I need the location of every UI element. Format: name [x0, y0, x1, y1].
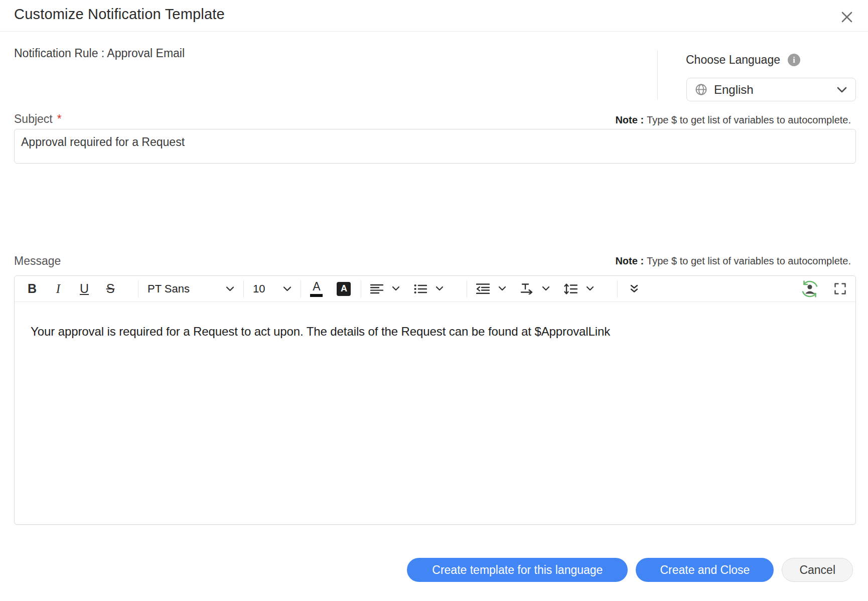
toolbar-divider	[138, 280, 138, 297]
list-dropdown[interactable]	[414, 283, 444, 294]
subject-label-row: Subject *	[14, 112, 62, 126]
bullet-list-icon	[414, 283, 427, 294]
toolbar-divider	[243, 280, 244, 297]
language-select[interactable]: English	[686, 78, 856, 101]
underline-button[interactable]: U	[77, 279, 92, 298]
toolbar-divider	[301, 280, 301, 297]
create-and-close-button[interactable]: Create and Close	[636, 558, 774, 582]
chevron-down-icon	[436, 286, 444, 291]
chevron-down-icon	[498, 286, 506, 291]
fullscreen-icon	[833, 282, 847, 295]
close-button[interactable]	[837, 7, 857, 27]
background-color-button[interactable]: A	[337, 282, 351, 296]
text-direction-icon	[520, 283, 533, 294]
close-icon	[839, 10, 854, 25]
subject-input[interactable]: Approval required for a Request	[14, 129, 856, 164]
message-editor: B I U S PT Sans 10 A	[14, 275, 856, 525]
font-family-value: PT Sans	[148, 282, 190, 295]
text-align-dropdown[interactable]	[370, 283, 400, 294]
required-marker: *	[57, 112, 62, 126]
info-icon[interactable]: i	[788, 54, 800, 66]
chevron-down-icon	[836, 86, 847, 93]
italic-button[interactable]: I	[51, 279, 66, 298]
note-bold-label: Note :	[615, 255, 644, 266]
message-note: Note :Type $ to get list of variables to…	[615, 255, 851, 267]
outdent-icon	[476, 283, 490, 294]
font-size-value: 10	[253, 282, 265, 295]
chevron-down-icon	[226, 286, 234, 292]
create-template-for-language-button[interactable]: Create template for this language	[407, 558, 628, 582]
more-tools-button[interactable]	[627, 279, 642, 298]
chevron-down-icon	[586, 286, 594, 291]
strikethrough-button[interactable]: S	[103, 279, 118, 298]
customize-notification-template-dialog: Customize Notification Template Notifica…	[0, 0, 868, 601]
note-bold-label: Note :	[615, 114, 644, 125]
text-color-letter: A	[313, 280, 320, 292]
chevron-down-icon	[542, 286, 550, 291]
header-vertical-divider	[657, 51, 658, 100]
choose-language-label: Choose Language	[686, 53, 780, 67]
editor-toolbar: B I U S PT Sans 10 A	[15, 276, 855, 302]
text-color-swatch	[310, 294, 323, 297]
note-text: Type $ to get list of variables to autoc…	[647, 114, 851, 125]
chevron-down-icon	[283, 286, 292, 292]
chevron-down-icon	[392, 286, 400, 291]
message-body[interactable]: Your approval is required for a Request …	[15, 302, 855, 361]
text-color-button[interactable]: A	[310, 280, 323, 296]
globe-icon	[695, 83, 707, 96]
text-direction-dropdown[interactable]	[520, 283, 550, 294]
toolbar-divider	[617, 280, 618, 297]
insert-user-variable-button[interactable]	[800, 279, 819, 298]
font-family-dropdown[interactable]: PT Sans	[148, 282, 234, 295]
fullscreen-button[interactable]	[832, 279, 847, 298]
subject-label: Subject	[14, 112, 53, 126]
toolbar-divider	[361, 280, 361, 297]
indent-dropdown[interactable]	[476, 283, 506, 294]
message-label: Message	[14, 254, 61, 268]
notification-rule-label: Notification Rule : Approval Email	[14, 47, 185, 60]
font-size-dropdown[interactable]: 10	[253, 282, 292, 295]
double-chevron-down-icon	[629, 284, 639, 294]
subject-note: Note :Type $ to get list of variables to…	[615, 114, 851, 126]
language-selected-value: English	[714, 83, 754, 97]
note-text: Type $ to get list of variables to autoc…	[647, 255, 851, 266]
line-spacing-dropdown[interactable]	[564, 283, 594, 295]
bold-button[interactable]: B	[25, 279, 40, 298]
line-spacing-icon	[564, 283, 577, 295]
choose-language-row: Choose Language i	[686, 53, 800, 67]
header-divider	[0, 31, 868, 32]
cancel-button[interactable]: Cancel	[782, 558, 853, 582]
align-left-icon	[370, 283, 383, 294]
footer-actions: Create template for this language Create…	[407, 558, 853, 582]
toolbar-divider	[467, 280, 467, 297]
user-sync-icon	[800, 279, 819, 298]
page-title: Customize Notification Template	[14, 6, 225, 23]
